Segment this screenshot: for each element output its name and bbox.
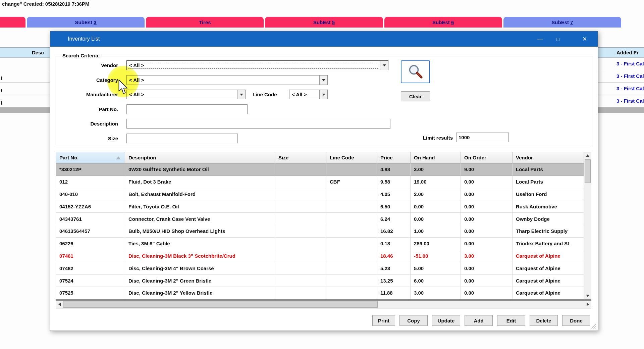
chevron-down-icon[interactable] (380, 61, 388, 70)
line-code-select[interactable]: < All > (289, 90, 328, 99)
horizontal-scroll-thumb[interactable] (63, 301, 378, 308)
cell-on-hand: 2.00 (411, 188, 461, 201)
add-button[interactable]: Add (465, 315, 493, 326)
cell-description: Filter, Toyota O.E. Oil (125, 200, 275, 213)
edit-button[interactable]: Edit (497, 315, 525, 326)
cell-price: 18.46 (377, 250, 411, 262)
vendor-select[interactable]: < All > (126, 60, 388, 70)
arrow-right-icon (587, 303, 589, 306)
cell-part-no: 07525 (56, 287, 125, 299)
inventory-row[interactable]: 06226 Ties, 3M 8" Cable 0.18 289.00 0.00… (56, 238, 584, 250)
cell-on-hand: 5.00 (411, 262, 461, 275)
chevron-down-icon[interactable] (237, 90, 245, 99)
cell-part-no: 040-010 (56, 188, 125, 201)
tab-subest-3[interactable]: SubEst 3 (27, 17, 145, 28)
cell-on-hand: -51.00 (411, 250, 461, 262)
scroll-right-button[interactable] (584, 301, 591, 308)
limit-results-input[interactable] (456, 133, 509, 142)
cell-size (275, 275, 326, 287)
minimize-button[interactable]: — (534, 31, 546, 47)
scroll-up-button[interactable] (584, 152, 591, 159)
chevron-down-icon[interactable] (319, 76, 327, 85)
cell-description: Disc, Cleaning-3M 2" Yellow Bristle (125, 287, 275, 299)
category-select[interactable]: < All > (126, 75, 328, 85)
cell-on-hand: 3.00 (411, 287, 461, 299)
inventory-row[interactable]: 04152-YZZA6 Filter, Toyota O.E. Oil 6.50… (56, 200, 584, 213)
inventory-row[interactable]: 04613564457 Bulb, M250/U HID Shop Overhe… (56, 225, 584, 238)
tab-subest-6[interactable]: SubEst 6 (384, 17, 502, 28)
done-button[interactable]: Done (562, 315, 590, 326)
cell-on-order: 0.00 (461, 213, 513, 225)
dialog-titlebar[interactable]: Inventory List — □ ✕ (50, 31, 598, 47)
print-button[interactable]: Print (372, 315, 395, 326)
table-body: *330212P 0W20 GulfTec Synthetic Motor Oi… (56, 163, 584, 299)
arrow-down-icon (586, 295, 589, 297)
cell-on-hand: 0.00 (411, 200, 461, 213)
column-header-part-no[interactable]: Part No. (56, 152, 125, 163)
tab-partial-left[interactable] (0, 17, 25, 28)
column-header-vendor[interactable]: Vendor (513, 152, 584, 163)
resize-grip[interactable] (591, 323, 596, 329)
vertical-scrollbar[interactable] (584, 152, 591, 299)
cell-description: Ties, 3M 8" Cable (125, 238, 275, 250)
inventory-row[interactable]: 07461 Disc, Cleaning-3M Black 3" Scotchb… (56, 250, 584, 262)
cell-line-code (326, 287, 377, 299)
part-no-label: Part No. (57, 106, 118, 113)
inventory-row[interactable]: 07524 Disc, Cleaning-3M 2" Green Bristle… (56, 275, 584, 287)
inventory-row[interactable]: 040-010 Bolt, Exhaust Manifold-Ford 4.05… (56, 188, 584, 201)
copy-button[interactable]: Copy (399, 315, 428, 326)
cell-size (275, 262, 326, 275)
manufacturer-select[interactable]: < All > (126, 90, 246, 99)
cell-description: Bulb, M250/U HID Shop Overhead Lights (125, 225, 275, 238)
inventory-row[interactable]: *330212P 0W20 GulfTec Synthetic Motor Oi… (56, 163, 584, 176)
cell-on-hand: 289.00 (411, 238, 461, 250)
cell-vendor: Carquest of Alpine (513, 262, 584, 275)
vertical-scroll-thumb[interactable] (585, 159, 591, 183)
cell-vendor: Triodex Battery and St (513, 238, 584, 250)
column-header-on-order[interactable]: On Order (461, 152, 513, 163)
maximize-button[interactable]: □ (552, 31, 564, 47)
arrow-up-icon (586, 154, 589, 157)
column-header-line-code[interactable]: Line Code (326, 152, 377, 163)
cell-line-code (326, 188, 377, 201)
description-label: Description (57, 120, 118, 127)
cell-price: 4.05 (377, 188, 411, 201)
arrow-left-icon (58, 303, 61, 306)
cell-on-order: 0.00 (461, 238, 513, 250)
inventory-row[interactable]: 012 Fluid, Dot 3 Brake CBF 9.58 19.00 0.… (56, 176, 584, 188)
column-header-description[interactable]: Description (125, 152, 275, 163)
cell-description: Bolt, Exhaust Manifold-Ford (125, 188, 275, 201)
inventory-row[interactable]: 07482 Disc, Cleaning-3M 4" Brown Coarse … (56, 262, 584, 275)
search-button[interactable] (401, 60, 430, 83)
cell-on-order: 0.00 (461, 188, 513, 201)
dialog-action-buttons: Print Copy Update Add Edit Delete Done (372, 315, 590, 326)
column-header-on-hand[interactable]: On Hand (411, 152, 461, 163)
tab-subest-7[interactable]: SubEst 7 (503, 17, 621, 28)
cell-price: 11.88 (377, 287, 411, 299)
scroll-down-button[interactable] (584, 292, 591, 299)
cell-line-code (326, 275, 377, 287)
update-button[interactable]: Update (432, 315, 460, 326)
tab-tires[interactable]: Tires (146, 17, 264, 28)
cell-on-order: 0.00 (461, 200, 513, 213)
tab-subest-5[interactable]: SubEst 5 (265, 17, 383, 28)
chevron-down-icon[interactable] (319, 90, 327, 99)
horizontal-scrollbar[interactable] (56, 300, 591, 308)
cell-on-hand: 6.00 (411, 275, 461, 287)
part-no-input[interactable] (126, 104, 248, 114)
clear-button[interactable]: Clear (401, 91, 430, 101)
scroll-left-button[interactable] (56, 301, 63, 308)
cell-price: 5.23 (377, 262, 411, 275)
inventory-row[interactable]: 07525 Disc, Cleaning-3M 2" Yellow Bristl… (56, 287, 584, 299)
description-input[interactable] (126, 119, 390, 129)
column-header-size[interactable]: Size (275, 152, 326, 163)
inventory-row[interactable]: 04343761 Connector, Crank Case Vent Valv… (56, 213, 584, 225)
dialog-title: Inventory List (68, 31, 100, 47)
delete-button[interactable]: Delete (530, 315, 558, 326)
close-button[interactable]: ✕ (579, 31, 590, 47)
cell-line-code (326, 163, 377, 176)
table-header-row: Part No. Description Size Line Code Pric… (56, 152, 584, 163)
cell-part-no: 04152-YZZA6 (56, 200, 125, 213)
column-header-price[interactable]: Price (377, 152, 411, 163)
size-input[interactable] (126, 134, 238, 143)
